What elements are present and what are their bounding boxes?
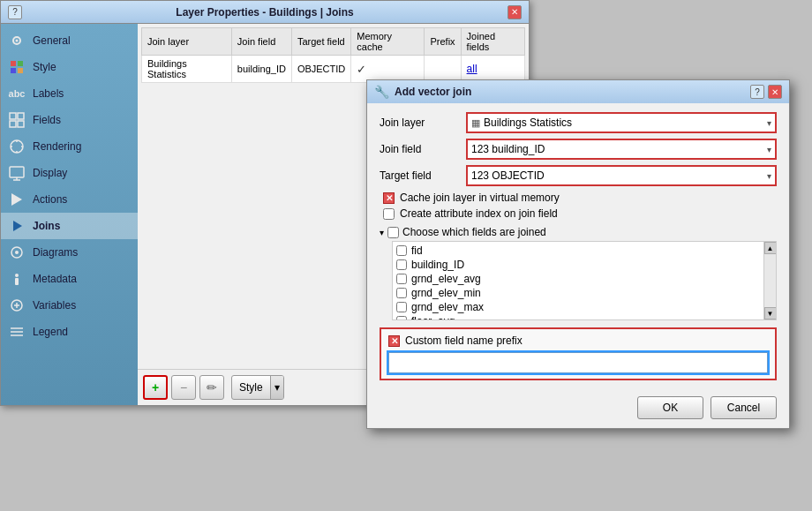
dialog-body: Join layer ▦ Buildings Statistics ▾ Join… <box>367 103 789 389</box>
dialog-titlebar-buttons: ? ✕ <box>750 85 782 99</box>
field-building-id-label: building_ID <box>411 259 464 271</box>
scroll-up-button[interactable]: ▲ <box>764 242 777 254</box>
target-field-arrow: ▾ <box>767 171 771 181</box>
index-checkbox-row: Create attribute index on join field <box>380 207 777 220</box>
field-floor-avg-label: floor_avg <box>411 315 455 319</box>
style-dropdown[interactable]: Style ▾ <box>231 375 284 400</box>
dialog-buttons: OK Cancel <box>367 389 789 428</box>
join-layer-value: ▦ Buildings Statistics <box>471 116 572 129</box>
field-grnd-elev-max-checkbox[interactable] <box>396 302 407 312</box>
table-row[interactable]: Buildings Statistics building_ID OBJECTI… <box>142 56 525 83</box>
col-joined-fields[interactable]: Joined fields <box>461 28 524 56</box>
cell-memory-cache: ✓ <box>351 56 425 83</box>
joins-table: Join layer Join field Target field Memor… <box>141 27 525 83</box>
choose-fields-header[interactable]: ▾ Choose which fields are joined <box>380 223 777 241</box>
titlebar-left-buttons: ? <box>8 5 22 19</box>
sidebar-item-actions[interactable]: Actions <box>1 186 138 213</box>
sidebar: General Style abc Labels Fields <box>1 24 138 405</box>
join-field-value: 123 building_ID <box>471 143 545 155</box>
scroll-down-button[interactable]: ▼ <box>764 307 777 319</box>
svg-rect-23 <box>15 278 19 285</box>
main-close-button[interactable]: ✕ <box>508 5 522 19</box>
col-memory-cache[interactable]: Memory cache <box>351 28 425 56</box>
remove-join-button[interactable]: − <box>171 375 196 400</box>
field-floor-avg-checkbox[interactable] <box>396 316 407 319</box>
dialog-help-button[interactable]: ? <box>750 85 764 99</box>
cache-checkbox[interactable]: ✕ <box>383 192 395 204</box>
field-grnd-elev-min-label: grnd_elev_min <box>411 287 481 299</box>
sidebar-item-fields[interactable]: Fields <box>1 107 138 133</box>
col-prefix[interactable]: Prefix <box>425 28 461 56</box>
add-join-button[interactable]: + <box>143 375 168 400</box>
list-item: grnd_elev_max <box>396 300 772 314</box>
style-dropdown-arrow: ▾ <box>270 376 283 399</box>
sidebar-item-style[interactable]: Style <box>1 54 138 80</box>
target-field-value: 123 OBJECTID <box>471 169 545 182</box>
general-icon <box>8 32 26 49</box>
sidebar-item-general[interactable]: General <box>1 27 138 54</box>
sidebar-item-display[interactable]: Display <box>1 160 138 186</box>
svg-rect-2 <box>11 61 16 66</box>
field-fid-checkbox[interactable] <box>396 245 407 256</box>
join-layer-combo[interactable]: ▦ Buildings Statistics ▾ <box>466 112 777 133</box>
cell-joined-fields: all <box>461 56 524 83</box>
sidebar-item-rendering[interactable]: Rendering <box>1 133 138 160</box>
fields-list: fid building_ID grnd_elev_avg grnd_elev_… <box>393 242 776 319</box>
sidebar-item-legend[interactable]: Legend <box>1 319 138 345</box>
col-target-field[interactable]: Target field <box>291 28 350 56</box>
field-building-id-checkbox[interactable] <box>396 259 407 270</box>
metadata-icon <box>8 270 26 288</box>
join-field-arrow: ▾ <box>767 145 771 154</box>
field-fid-label: fid <box>411 244 423 257</box>
legend-icon <box>8 323 26 341</box>
svg-point-10 <box>11 140 23 153</box>
labels-icon: abc <box>8 85 26 102</box>
variables-icon <box>8 297 26 314</box>
col-join-layer[interactable]: Join layer <box>142 28 232 56</box>
sidebar-item-diagrams[interactable]: Diagrams <box>1 239 138 266</box>
svg-rect-5 <box>18 68 23 73</box>
join-field-combo[interactable]: 123 building_ID ▾ <box>466 139 777 160</box>
svg-rect-6 <box>10 113 16 119</box>
svg-point-22 <box>15 274 19 277</box>
prefix-header: ✕ Custom field name prefix <box>388 334 768 347</box>
prefix-input[interactable] <box>388 352 768 373</box>
sidebar-item-variables[interactable]: Variables <box>1 292 138 319</box>
cancel-button[interactable]: Cancel <box>710 396 777 419</box>
edit-join-button[interactable]: ✏ <box>199 375 224 400</box>
dialog-title-left: 🔧 Add vector join <box>374 85 471 99</box>
target-field-label: Target field <box>380 169 459 182</box>
list-item: building_ID <box>396 258 772 272</box>
list-item: floor_avg <box>396 314 772 319</box>
dialog-titlebar: 🔧 Add vector join ? ✕ <box>367 80 789 103</box>
join-layer-arrow: ▾ <box>767 118 771 128</box>
collapse-arrow-icon: ▾ <box>380 228 384 237</box>
cell-join-field: building_ID <box>231 56 291 83</box>
fields-scrollbar[interactable]: ▲ ▼ <box>763 242 776 319</box>
target-field-combo[interactable]: 123 OBJECTID ▾ <box>466 165 777 186</box>
svg-rect-9 <box>18 121 24 127</box>
field-grnd-elev-avg-label: grnd_elev_avg <box>411 273 481 285</box>
field-grnd-elev-min-checkbox[interactable] <box>396 288 407 298</box>
prefix-section: ✕ Custom field name prefix <box>380 327 777 380</box>
svg-marker-18 <box>11 193 22 206</box>
fields-icon <box>8 111 26 129</box>
actions-icon <box>8 191 26 208</box>
target-field-row: Target field 123 OBJECTID ▾ <box>380 165 777 186</box>
col-join-field[interactable]: Join field <box>231 28 291 56</box>
sidebar-item-metadata[interactable]: Metadata <box>1 266 138 292</box>
choose-fields-checkbox[interactable] <box>387 227 399 238</box>
sidebar-item-labels[interactable]: abc Labels <box>1 80 138 107</box>
index-checkbox[interactable] <box>383 208 395 220</box>
dialog-close-button[interactable]: ✕ <box>768 85 782 99</box>
field-grnd-elev-avg-checkbox[interactable] <box>396 274 407 284</box>
style-dropdown-label: Style <box>232 381 270 394</box>
prefix-checkbox[interactable]: ✕ <box>388 335 400 347</box>
cell-join-layer: Buildings Statistics <box>142 56 232 83</box>
ok-button[interactable]: OK <box>637 396 703 419</box>
main-help-button[interactable]: ? <box>8 5 22 19</box>
main-window-title: Layer Properties - Buildings | Joins <box>22 6 508 19</box>
dialog-title-text: Add vector join <box>395 86 471 98</box>
sidebar-item-joins[interactable]: Joins <box>1 213 138 239</box>
svg-point-1 <box>16 40 19 42</box>
